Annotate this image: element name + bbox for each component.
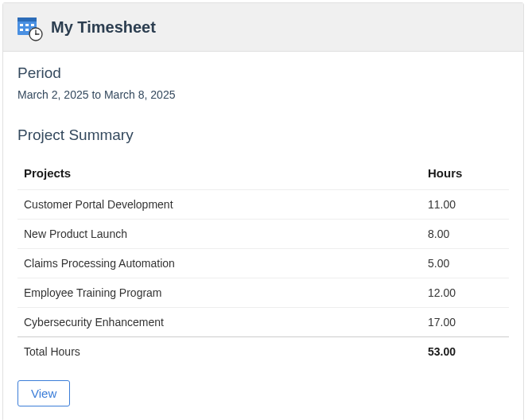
svg-rect-5 — [20, 29, 23, 31]
project-name: Cybersecurity Enhancement — [17, 308, 421, 337]
table-row: Cybersecurity Enhancement 17.00 — [17, 308, 509, 337]
timesheet-icon — [16, 14, 41, 40]
table-row: New Product Launch 8.00 — [17, 220, 509, 249]
card-body: Period March 2, 2025 to March 8, 2025 Pr… — [3, 52, 523, 420]
card-title: My Timesheet — [51, 18, 156, 37]
card-header: My Timesheet — [3, 3, 523, 52]
table-row: Claims Processing Automation 5.00 — [17, 249, 509, 278]
project-hours: 11.00 — [421, 190, 509, 220]
project-name: New Product Launch — [17, 220, 421, 249]
svg-rect-1 — [17, 18, 37, 21]
total-label: Total Hours — [17, 337, 421, 367]
project-hours: 8.00 — [421, 220, 509, 249]
period-text: March 2, 2025 to March 8, 2025 — [17, 88, 509, 101]
project-name: Customer Portal Development — [17, 190, 421, 220]
svg-point-11 — [35, 33, 37, 35]
svg-rect-3 — [25, 24, 29, 26]
view-button[interactable]: View — [17, 380, 70, 406]
total-hours: 53.00 — [421, 337, 509, 367]
svg-rect-2 — [20, 24, 23, 26]
col-projects: Projects — [17, 158, 421, 190]
project-hours: 12.00 — [421, 278, 509, 308]
project-name: Employee Training Program — [17, 278, 421, 308]
project-name: Claims Processing Automation — [17, 249, 421, 278]
summary-title: Project Summary — [17, 126, 509, 144]
project-summary-table: Projects Hours Customer Portal Developme… — [17, 158, 509, 366]
svg-rect-4 — [31, 24, 34, 26]
project-hours: 5.00 — [421, 249, 509, 278]
total-row: Total Hours 53.00 — [17, 337, 509, 367]
col-hours: Hours — [421, 158, 509, 190]
period-label: Period — [17, 64, 509, 82]
project-hours: 17.00 — [421, 308, 509, 337]
table-row: Employee Training Program 12.00 — [17, 278, 509, 308]
table-row: Customer Portal Development 11.00 — [17, 190, 509, 220]
timesheet-card: My Timesheet Period March 2, 2025 to Mar… — [2, 2, 524, 420]
